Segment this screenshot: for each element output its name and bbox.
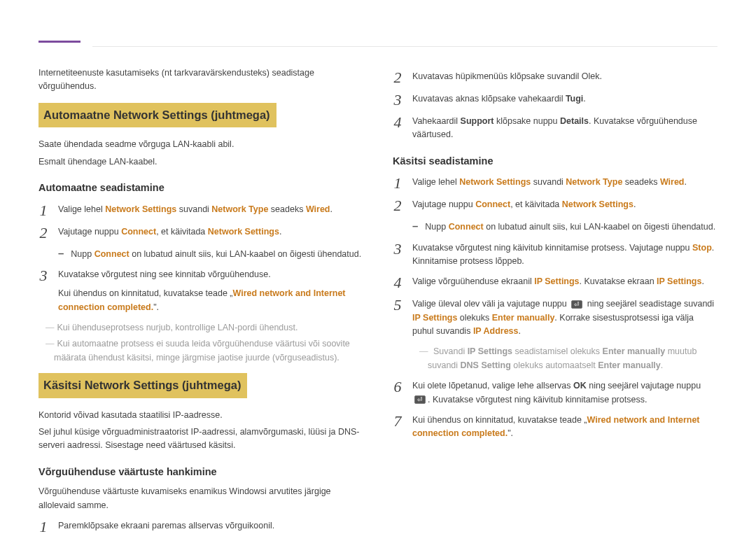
hl: IP Address <box>473 326 519 336</box>
t: Vajutage nuppu <box>58 227 121 237</box>
t: , et käivitada <box>156 227 208 237</box>
subhead-values: Võrguühenduse väärtuste hankimine <box>38 464 363 479</box>
t: . Kuvatakse võrgutest ning käivitub kinn… <box>428 395 647 405</box>
t: klõpsake nuppu <box>493 116 560 126</box>
hl: Network Settings <box>208 227 279 237</box>
text: Kontorid võivad kasutada staatilisi IP-a… <box>38 409 363 422</box>
t: olekuks <box>457 313 491 323</box>
t: Valige lehel <box>412 177 459 187</box>
step-number: 2 <box>38 225 48 241</box>
hl: Connect <box>475 199 510 209</box>
step-body: Kuvatavas aknas klõpsake vahekaardil Tug… <box>412 92 718 106</box>
step-number: 1 <box>393 176 402 191</box>
t: . <box>701 276 704 286</box>
step-2: 2 Kuvatavas hüpikmenüüs klõpsake suvandi… <box>393 70 718 85</box>
step-2: 2 Vajutage nuppu Connect, et käivitada N… <box>38 225 363 241</box>
t: Valige üleval olev väli ja vajutage nupp… <box>412 299 569 309</box>
t: . <box>279 227 281 237</box>
t: suvandi <box>176 204 211 214</box>
step-body: Vahekaardil Support klõpsake nuppu Detai… <box>412 115 718 142</box>
step-body: Kuvatavas hüpikmenüüs klõpsake suvandil … <box>412 70 718 83</box>
hl: Connect <box>449 222 484 232</box>
k-step-2: 2 Vajutage nuppu Connect, et käivitada N… <box>393 198 718 213</box>
t: . <box>661 360 663 370</box>
b: IP Settings <box>468 346 512 356</box>
two-column-layout: Internetiteenuste kasutamiseks (nt tarkv… <box>38 63 718 534</box>
hl: IP Settings <box>534 276 579 286</box>
dash-icon: – <box>58 248 64 261</box>
step-number: 6 <box>393 379 402 395</box>
t: seadeks <box>622 177 660 187</box>
t: Kui ühendus on kinnitatud, kuvatakse tea… <box>58 288 232 298</box>
step-body: Vajutage nuppu Connect, et käivitada Net… <box>412 198 718 211</box>
step-body: Kuvatakse võrgutest ning käivitub kinnit… <box>412 241 718 269</box>
step-body: Valige üleval olev väli ja vajutage nupp… <box>412 297 718 338</box>
step-body: Vajutage nuppu Connect, et käivitada Net… <box>58 225 363 239</box>
text: Võrguühenduse väärtuste kuvamiseks enami… <box>38 485 363 512</box>
t: ". <box>507 428 513 438</box>
step-1: 1 Valige lehel Network Settings suvandi … <box>38 203 363 218</box>
step-body: Kui olete lõpetanud, valige lehe allserv… <box>412 379 718 407</box>
step-body: Kui ühendus on kinnitatud, kuvatakse tea… <box>412 414 718 441</box>
step-3: 3 Kuvatakse võrgutest ning see kinnitab … <box>38 268 363 314</box>
step-number: 3 <box>393 241 402 257</box>
hl: IP Settings <box>412 313 457 323</box>
hl: Network Type <box>566 177 622 187</box>
b: Details <box>560 116 589 126</box>
t: Vajutage nuppu <box>412 199 475 209</box>
k-step-6: 6 Kui olete lõpetanud, valige lehe allse… <box>393 379 718 407</box>
t: . Kuvatakse ekraan <box>580 276 657 286</box>
gray-note: Kui ühenduseprotsess nurjub, kontrollige… <box>38 321 363 335</box>
t: seadeks <box>268 204 306 214</box>
t: . <box>583 94 585 104</box>
hl: Stop <box>692 243 712 253</box>
header-accent <box>38 41 80 43</box>
subhead-auto: Automaatne seadistamine <box>38 180 363 195</box>
left-column: Internetiteenuste kasutamiseks (nt tarkv… <box>38 63 363 534</box>
header-rule <box>92 46 718 47</box>
text: Saate ühendada seadme võrguga LAN-kaabli… <box>38 138 363 151</box>
t: . <box>519 326 521 336</box>
hl: Wired <box>306 204 330 214</box>
t: Kui ühendus on kinnitatud, kuvatakse tea… <box>412 415 587 425</box>
t: . <box>634 199 636 209</box>
b: Enter manually <box>603 346 666 356</box>
step-number: 1 <box>38 203 48 218</box>
step-body: Valige lehel Network Settings suvandi Ne… <box>58 203 363 216</box>
t: . <box>685 177 687 187</box>
subhead-manual: Käsitsi seadistamine <box>393 153 718 169</box>
t: Kui olete lõpetanud, valige lehe allserv… <box>412 381 573 391</box>
intro-text: Internetiteenuste kasutamiseks (nt tarkv… <box>38 66 363 94</box>
t: . <box>330 204 332 214</box>
step-number: 5 <box>393 297 402 313</box>
document-page: Internetiteenuste kasutamiseks (nt tarkv… <box>0 0 756 534</box>
step-4: 4 Vahekaardil Support klõpsake nuppu Det… <box>393 115 718 142</box>
right-column: 2 Kuvatavas hüpikmenüüs klõpsake suvandi… <box>393 63 718 534</box>
step-number: 2 <box>393 70 402 85</box>
t: Vahekaardil <box>412 116 461 126</box>
step-number: 4 <box>393 115 402 130</box>
t: seadistamisel olekuks <box>512 346 603 356</box>
b: DNS Setting <box>461 360 511 370</box>
step-1: 1 Paremklõpsake ekraani paremas allserva… <box>38 519 363 534</box>
step-number: 1 <box>38 519 48 534</box>
hl: Wired <box>660 177 685 187</box>
b: Tugi <box>566 94 583 104</box>
k-step-4: 4 Valige võrguühenduse ekraanil IP Setti… <box>393 275 718 290</box>
hl: Enter manually <box>492 313 555 323</box>
dash-icon: – <box>412 220 418 234</box>
t: ". <box>153 302 159 312</box>
k-step-7: 7 Kui ühendus on kinnitatud, kuvatakse t… <box>393 414 718 441</box>
t: Kuvatakse võrgutest ning see kinnitab võ… <box>58 268 363 281</box>
t: suvandi <box>531 177 566 187</box>
t: Kuvatavas aknas klõpsake vahekaardil <box>412 94 566 104</box>
step-body: Kuvatakse võrgutest ning see kinnitab võ… <box>58 268 363 314</box>
section-auto-title: Automaatne Network Settings (juhtmega) <box>38 103 276 128</box>
t: Nupp <box>425 222 448 232</box>
step-number: 7 <box>393 414 402 429</box>
step-number: 4 <box>393 275 402 290</box>
step-number: 3 <box>393 92 402 108</box>
t: Nupp Connect on lubatud ainult siis, kui… <box>71 248 361 261</box>
step-3: 3 Kuvatavas aknas klõpsake vahekaardil T… <box>393 92 718 108</box>
k-step-5: 5 Valige üleval olev väli ja vajutage nu… <box>393 297 718 338</box>
